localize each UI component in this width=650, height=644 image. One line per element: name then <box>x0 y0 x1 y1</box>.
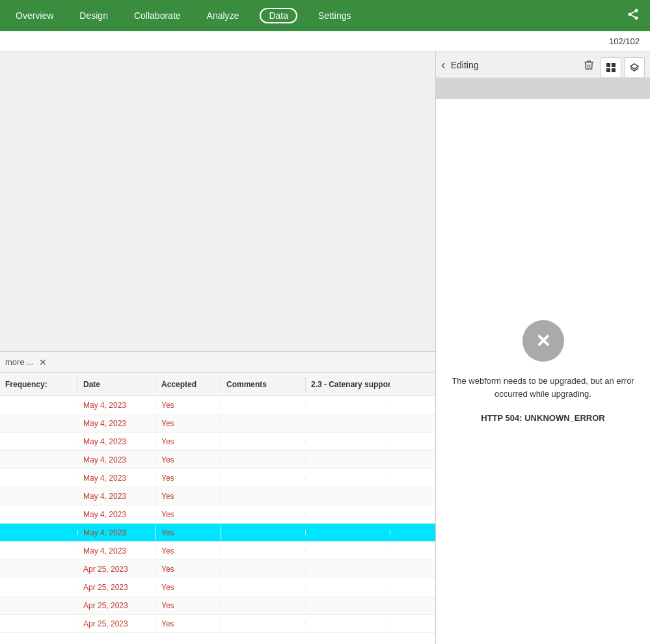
cell-comments <box>221 512 306 517</box>
error-icon-circle: ✕ <box>522 320 564 362</box>
share-button[interactable] <box>627 8 640 24</box>
cell-accepted: Yes <box>156 562 221 576</box>
svg-rect-5 <box>606 63 610 67</box>
cell-date: May 4, 2023 <box>78 544 156 558</box>
cell-catenary <box>306 421 390 426</box>
svg-line-4 <box>631 11 635 13</box>
cell-date: May 4, 2023 <box>78 398 156 412</box>
editing-subheader <box>436 78 650 99</box>
cell-accepted: Yes <box>156 526 221 540</box>
cell-comments <box>221 457 306 463</box>
svg-point-2 <box>635 16 638 20</box>
col-header-catenary: 2.3 - Catenary support Layout <box>306 377 390 392</box>
svg-rect-6 <box>612 63 616 67</box>
cell-accepted: Yes <box>156 489 221 503</box>
cell-catenary <box>306 621 390 626</box>
editing-body: ✕ The webform needs to be upgraded, but … <box>436 99 650 644</box>
cell-catenary <box>306 512 390 517</box>
main-content: Esri, USGS | Esri, FAO, NOAA, USGS POWER… <box>0 52 650 644</box>
cell-date: May 4, 2023 <box>78 416 156 431</box>
cell-accepted: Yes <box>156 453 221 467</box>
svg-point-0 <box>635 8 638 12</box>
cell-date: Apr 25, 2023 <box>78 617 156 631</box>
cell-accepted: Yes <box>156 471 221 485</box>
cell-accepted: Yes <box>156 544 221 558</box>
cell-frequency <box>0 512 78 517</box>
cell-comments <box>221 603 306 608</box>
cell-accepted: Yes <box>156 398 221 412</box>
cell-comments <box>221 530 306 535</box>
cell-catenary <box>306 548 390 554</box>
cell-frequency <box>0 476 78 481</box>
record-counter: 102/102 <box>609 36 640 46</box>
cell-catenary <box>306 567 390 572</box>
cell-frequency <box>0 494 78 499</box>
cell-date: May 4, 2023 <box>78 526 156 540</box>
top-navigation: Overview Design Collaborate Analyze Data… <box>0 0 650 31</box>
cell-comments <box>221 439 306 444</box>
nav-item-data[interactable]: Data <box>260 8 297 23</box>
cell-comments <box>221 494 306 499</box>
cell-frequency <box>0 457 78 463</box>
cell-comments <box>221 421 306 426</box>
cell-catenary <box>306 403 390 408</box>
col-header-date: Date <box>78 377 156 392</box>
cell-accepted: Yes <box>156 416 221 431</box>
cell-accepted: Yes <box>156 507 221 522</box>
cell-comments <box>221 548 306 554</box>
cell-date: Apr 25, 2023 <box>78 598 156 613</box>
counter-bar: 102/102 <box>0 31 650 52</box>
cell-accepted: Yes <box>156 435 221 449</box>
cell-date: May 4, 2023 <box>78 507 156 522</box>
cell-frequency <box>0 621 78 626</box>
cell-catenary <box>306 476 390 481</box>
cell-frequency <box>0 530 78 535</box>
cell-date: May 4, 2023 <box>78 435 156 449</box>
cell-frequency <box>0 548 78 554</box>
cell-frequency <box>0 403 78 408</box>
nav-item-collaborate[interactable]: Collaborate <box>129 8 186 23</box>
svg-point-1 <box>629 12 632 16</box>
col-header-accepted: Accepted <box>156 377 221 392</box>
editing-delete-button[interactable] <box>580 56 598 74</box>
cell-catenary <box>306 494 390 499</box>
cell-catenary <box>306 530 390 535</box>
svg-rect-8 <box>612 68 616 72</box>
cell-catenary <box>306 603 390 608</box>
cell-catenary <box>306 457 390 463</box>
col-header-frequency: Frequency: <box>0 377 78 392</box>
cell-accepted: Yes <box>156 598 221 613</box>
col-header-comments: Comments <box>221 377 306 392</box>
table-close-button[interactable]: ✕ <box>39 357 47 368</box>
svg-rect-7 <box>606 68 610 72</box>
cell-frequency <box>0 567 78 572</box>
map-toolbar <box>601 57 645 78</box>
editing-panel: ‹ Editing ✕ ✕ The webform needs to be up… <box>435 52 650 644</box>
cell-frequency <box>0 439 78 444</box>
cell-comments <box>221 403 306 408</box>
svg-marker-9 <box>630 64 638 69</box>
cell-frequency <box>0 421 78 426</box>
cell-comments <box>221 476 306 481</box>
nav-item-settings[interactable]: Settings <box>313 8 357 23</box>
cell-frequency <box>0 603 78 608</box>
nav-item-analyze[interactable]: Analyze <box>202 8 245 23</box>
error-message: The webform needs to be upgraded, but an… <box>449 375 637 400</box>
error-code: HTTP 504: UNKNOWN_ERROR <box>481 413 604 423</box>
cell-date: May 4, 2023 <box>78 489 156 503</box>
cell-catenary <box>306 585 390 590</box>
cell-comments <box>221 621 306 626</box>
cell-date: May 4, 2023 <box>78 471 156 485</box>
cell-comments <box>221 585 306 590</box>
grid-view-button[interactable] <box>601 57 621 78</box>
layers-button[interactable] <box>624 57 645 78</box>
nav-item-design[interactable]: Design <box>74 8 113 23</box>
editing-back-button[interactable]: ‹ <box>441 57 446 72</box>
error-x-icon: ✕ <box>535 330 550 352</box>
editing-title: Editing <box>451 60 575 70</box>
cell-accepted: Yes <box>156 580 221 595</box>
cell-catenary <box>306 439 390 444</box>
cell-date: Apr 25, 2023 <box>78 562 156 576</box>
nav-item-overview[interactable]: Overview <box>10 8 59 23</box>
table-tab-label: more ... <box>5 357 34 367</box>
